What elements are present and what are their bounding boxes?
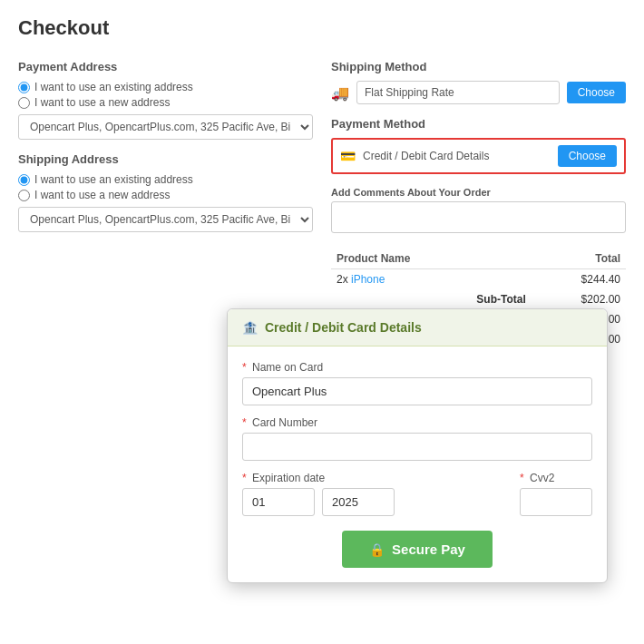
payment-method-row: 💳 Credit / Debit Card Details Choose	[331, 138, 626, 174]
secure-pay-label: Secure Pay	[392, 542, 465, 557]
shipping-existing-option[interactable]: I want to use an existing address	[18, 173, 313, 186]
payment-existing-radio[interactable]	[18, 82, 30, 93]
payment-method-section: Payment Method 💳 Credit / Debit Card Det…	[331, 117, 626, 174]
payment-address-radio-group: I want to use an existing address I want…	[18, 81, 313, 109]
shipping-address-section: Shipping Address I want to use an existi…	[18, 152, 313, 232]
payment-method-title: Payment Method	[331, 117, 626, 131]
payment-new-option[interactable]: I want to use a new address	[18, 96, 313, 109]
comments-section: Add Comments About Your Order	[331, 187, 626, 236]
payment-choose-button[interactable]: Choose	[558, 145, 617, 167]
shipping-new-radio[interactable]	[18, 190, 30, 201]
payment-address-section: Payment Address I want to use an existin…	[18, 60, 313, 140]
secure-pay-container: 🔒 Secure Pay	[242, 531, 592, 568]
payment-address-title: Payment Address	[18, 60, 313, 73]
comments-textarea[interactable]	[331, 201, 626, 233]
name-required-star: *	[242, 361, 247, 374]
card-number-label: * Card Number	[242, 416, 592, 429]
payment-new-radio[interactable]	[18, 97, 30, 109]
comments-label: Add Comments About Your Order	[331, 187, 626, 198]
card-required-star: *	[242, 416, 247, 429]
name-on-card-label: * Name on Card	[242, 361, 592, 374]
expiry-required-star: *	[242, 472, 247, 484]
card-details-modal: 🏦 Credit / Debit Card Details * Name on …	[227, 308, 608, 583]
product-cell: 2x iPhone	[331, 269, 532, 290]
payment-existing-option[interactable]: I want to use an existing address	[18, 81, 313, 93]
shipping-address-title: Shipping Address	[18, 152, 313, 166]
expiry-label: * Expiration date	[242, 472, 502, 484]
shipping-address-select[interactable]: Opencart Plus, OpencartPlus.com, 325 Pac…	[18, 207, 313, 232]
expiry-month-input[interactable]	[242, 488, 315, 516]
expiry-group: * Expiration date	[242, 472, 502, 516]
shipping-method-row: 🚚 Choose	[331, 81, 626, 104]
product-total: $244.40	[532, 269, 626, 290]
page-wrapper: Checkout Payment Address I want to use a…	[0, 0, 644, 644]
checkout-header: Checkout	[0, 0, 644, 60]
shipping-method-title: Shipping Method	[331, 60, 626, 73]
modal-header-icon: 🏦	[242, 320, 258, 335]
payment-method-label: Credit / Debit Card Details	[363, 150, 551, 162]
shipping-existing-radio[interactable]	[18, 174, 30, 186]
shipping-method-section: Shipping Method 🚚 Choose	[331, 60, 626, 104]
table-row: 2x iPhone $244.40	[331, 269, 626, 290]
lock-icon: 🔒	[369, 542, 385, 557]
shipping-address-radio-group: I want to use an existing address I want…	[18, 173, 313, 201]
shipping-method-input[interactable]	[356, 81, 560, 104]
name-on-card-input[interactable]	[242, 377, 592, 405]
modal-header: 🏦 Credit / Debit Card Details	[228, 309, 607, 346]
cvv-group: * Cvv2	[520, 472, 592, 516]
modal-header-title: Credit / Debit Card Details	[265, 320, 422, 335]
cvv-input[interactable]	[520, 488, 592, 516]
credit-card-icon: 💳	[340, 149, 356, 163]
modal-body: * Name on Card * Card Number * Expiratio…	[228, 346, 607, 582]
expiry-cvv-row: * Expiration date * Cvv2	[242, 472, 592, 516]
checkout-columns: Payment Address I want to use an existin…	[0, 60, 644, 349]
product-link[interactable]: iPhone	[351, 273, 385, 286]
secure-pay-button[interactable]: 🔒 Secure Pay	[342, 531, 493, 568]
card-number-input[interactable]	[242, 433, 592, 461]
subtotal-value: $202.00	[532, 289, 626, 309]
subtotal-label: Sub-Total	[331, 289, 532, 309]
left-column: Payment Address I want to use an existin…	[18, 60, 313, 349]
truck-icon: 🚚	[331, 84, 349, 102]
shipping-new-option[interactable]: I want to use a new address	[18, 189, 313, 201]
right-column: Shipping Method 🚚 Choose Payment Method …	[331, 60, 626, 349]
product-name-header: Product Name	[331, 249, 532, 269]
subtotal-row: Sub-Total $202.00	[331, 289, 626, 309]
payment-address-select[interactable]: Opencart Plus, OpencartPlus.com, 325 Pac…	[18, 114, 313, 140]
page-title: Checkout	[18, 16, 626, 40]
cvv-required-star: *	[520, 472, 524, 484]
product-qty: 2x	[337, 273, 351, 286]
shipping-choose-button[interactable]: Choose	[567, 82, 626, 103]
total-header: Total	[532, 249, 626, 269]
cvv-label: * Cvv2	[520, 472, 592, 484]
expiry-year-input[interactable]	[322, 488, 395, 516]
expiry-inputs	[242, 488, 502, 516]
